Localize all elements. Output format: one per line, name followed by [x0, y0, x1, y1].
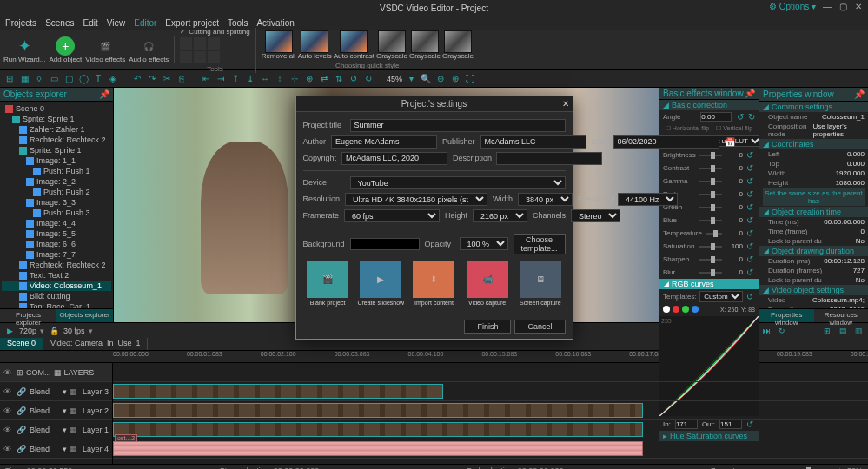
template-video-capture[interactable]: 📹Video capture — [464, 261, 511, 306]
fx-icon[interactable]: ▦ — [70, 406, 80, 415]
menu-scenes[interactable]: Scenes — [45, 18, 74, 28]
strip-icon[interactable]: ⊖ — [434, 73, 447, 85]
date-input[interactable] — [613, 135, 719, 149]
tool-6[interactable] — [208, 51, 220, 63]
strip-icon[interactable]: ↷ — [146, 73, 158, 85]
strip-icon[interactable]: ✂ — [161, 73, 173, 85]
menu-edit[interactable]: Edit — [83, 18, 97, 28]
common-settings-header[interactable]: ◢ Common settings — [759, 102, 868, 112]
reset-icon[interactable]: ↺ — [746, 202, 755, 212]
tree-item[interactable]: Image: 6_6 — [2, 239, 111, 249]
publisher-input[interactable] — [480, 135, 586, 149]
tree-item[interactable]: Image: 3_3 — [2, 197, 111, 208]
framerate-select[interactable]: 60 fps — [344, 209, 440, 222]
sharpen-slider[interactable] — [699, 259, 722, 261]
strip-icon[interactable]: ⛶ — [464, 73, 476, 85]
basic-correction-header[interactable]: ◢ Basic correction — [659, 100, 759, 110]
blur-slider[interactable] — [699, 272, 722, 274]
clip[interactable] — [113, 422, 643, 437]
reset-icon[interactable]: ↺ — [746, 268, 755, 277]
rgb-ch-red[interactable] — [673, 306, 679, 313]
timeline-tab-scene[interactable]: Scene 0 — [0, 338, 43, 350]
play-icon[interactable]: ▶ — [3, 325, 16, 337]
timeline-tab-video[interactable]: Video: Camera_In_Use_1 — [43, 338, 148, 350]
rgb-ch-white[interactable] — [663, 306, 670, 313]
device-select[interactable]: YouTube — [350, 176, 566, 189]
zoom-down-icon[interactable]: ▾ — [405, 73, 417, 85]
strip-icon[interactable]: ⇥ — [215, 73, 227, 85]
modal-close-icon[interactable]: ✕ — [562, 99, 569, 109]
eye-icon[interactable]: 👁 — [3, 406, 14, 415]
opacity-select[interactable]: 100 % — [460, 237, 508, 250]
strip-icon[interactable]: ⤓ — [244, 73, 256, 85]
strip-icon[interactable]: ⎘ — [176, 73, 188, 85]
eye-icon[interactable]: 👁 — [3, 426, 14, 434]
track[interactable] — [113, 401, 868, 420]
strip-icon[interactable]: ⇤ — [200, 73, 212, 85]
choose-template-button[interactable]: Choose template... — [514, 234, 566, 254]
strip-icon[interactable]: T — [92, 73, 104, 85]
layer-dropdown-icon[interactable]: ▾ — [63, 445, 67, 453]
link-icon[interactable]: 🔗 — [17, 426, 27, 434]
copyright-input[interactable] — [341, 152, 447, 165]
reset-icon[interactable]: ↺ — [746, 228, 755, 238]
tree-item[interactable]: Image: 4_4 — [2, 218, 111, 228]
strip-icon[interactable]: ◯ — [77, 73, 89, 85]
calendar-icon[interactable]: 📅 — [725, 137, 735, 147]
template-screen-capture[interactable]: 🖥Screen capture — [517, 261, 564, 306]
style-auto-contrast[interactable] — [340, 30, 368, 53]
menu-export[interactable]: Export project — [165, 18, 219, 28]
tree-item[interactable]: Video: Colosseum_1 — [2, 281, 111, 291]
lock-icon[interactable]: 🔒 — [48, 325, 60, 337]
close-icon[interactable]: ✕ — [852, 0, 865, 12]
options-button[interactable]: ⚙ Options ▾ — [769, 2, 816, 11]
strip-icon[interactable]: ▭ — [48, 73, 60, 85]
author-input[interactable] — [331, 135, 437, 149]
tree-item[interactable]: Bild: cutting — [2, 291, 111, 301]
layout-icon[interactable]: ▥ — [852, 325, 865, 337]
reset-icon[interactable]: ↺ — [746, 215, 755, 225]
strip-icon[interactable]: ◈ — [107, 73, 119, 85]
strip-icon[interactable]: ↔ — [259, 73, 271, 85]
rotate-right-icon[interactable]: ↻ — [748, 112, 755, 122]
link-icon[interactable]: 🔗 — [17, 387, 27, 396]
reset-icon[interactable]: ↺ — [746, 241, 755, 251]
style-grayscale-2[interactable] — [411, 30, 439, 53]
blue-slider[interactable] — [699, 220, 722, 221]
reset-icon[interactable]: ↺ — [746, 189, 755, 199]
strip-icon[interactable]: ↺ — [348, 73, 360, 85]
tree-item[interactable]: Ton: Race_Car_1 — [2, 301, 111, 308]
menu-activation[interactable]: Activation — [256, 18, 294, 28]
strip-icon[interactable]: ↻ — [362, 73, 374, 85]
tool-4[interactable] — [180, 51, 192, 63]
strip-icon[interactable]: ↶ — [131, 73, 143, 85]
panel-pin-icon[interactable]: 📌 — [854, 89, 865, 99]
style-auto-levels[interactable] — [301, 30, 328, 53]
clip[interactable] — [113, 403, 643, 418]
saturation-slider[interactable] — [699, 246, 722, 248]
panel-pin-icon[interactable]: 📌 — [745, 89, 755, 98]
strip-icon[interactable]: ▢ — [63, 73, 75, 85]
clip[interactable] — [113, 384, 443, 399]
maximize-icon[interactable]: ▢ — [837, 0, 849, 12]
channels-select[interactable]: Stereo — [571, 209, 620, 222]
audio-effects-button[interactable]: 🎧 Audio effects — [129, 36, 169, 63]
strip-icon[interactable]: ⤒ — [229, 73, 242, 85]
menu-editor[interactable]: Editor — [134, 18, 156, 28]
link-icon[interactable]: 🔗 — [17, 406, 27, 415]
tree-item[interactable]: Sprite: Sprite 1 — [2, 114, 111, 124]
tree-item[interactable]: Rechteck: Rechteck 2 — [2, 260, 111, 270]
tool-3[interactable] — [208, 37, 220, 50]
strip-icon[interactable]: ⇄ — [318, 73, 330, 85]
eye-icon[interactable]: 👁 — [3, 445, 14, 453]
layer-dropdown-icon[interactable]: ▾ — [63, 426, 67, 434]
finish-button[interactable]: Finish — [464, 320, 511, 334]
strip-icon[interactable]: ⇅ — [333, 73, 345, 85]
angle-input[interactable] — [700, 112, 732, 122]
minimize-icon[interactable]: — — [821, 0, 833, 12]
add-object-button[interactable]: + Add object — [49, 36, 82, 63]
tool-2[interactable] — [194, 37, 206, 50]
vflip-checkbox[interactable]: ☐ Vertical flip — [716, 125, 752, 132]
track[interactable] — [113, 420, 868, 439]
width-select[interactable]: 3840 px — [518, 193, 573, 206]
